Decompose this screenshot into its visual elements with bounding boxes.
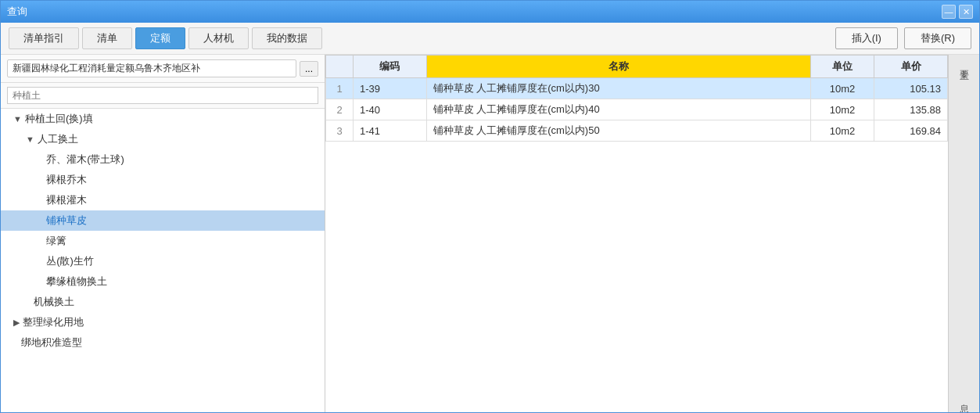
cell-code-0: 1-39 [354, 78, 427, 99]
tree-item-7[interactable]: 丛(散)生竹 [1, 251, 325, 271]
tree-item-5[interactable]: 铺种草皮 [1, 210, 325, 231]
tree-label-0: 种植土回(换)填 [25, 112, 93, 126]
tree-area: ▼ 种植土回(换)填 ▼ 人工换土 乔、灌木(带土球) 裸根乔木 [1, 109, 325, 412]
col-code: 编码 [354, 56, 427, 78]
tree-item-4[interactable]: 裸根灌木 [1, 190, 325, 210]
tree-item-6[interactable]: 绿篱 [1, 231, 325, 251]
cell-seq-0: 1 [326, 78, 354, 99]
tree-arrow-icon-9 [26, 297, 31, 307]
minimize-button[interactable]: — [942, 5, 956, 19]
tree-label-2: 乔、灌木(带土球) [46, 153, 124, 167]
left-panel: 新疆园林绿化工程消耗量定额乌鲁木齐地区补 ... ▼ 种植土回(换)填 ▼ 人工… [1, 55, 325, 412]
tree-label-3: 裸根乔木 [46, 173, 87, 187]
tree-arrow-icon-2 [38, 155, 43, 164]
window-title: 查询 [7, 5, 27, 19]
tree-arrow-icon-1: ▼ [26, 135, 34, 144]
tree-label-11: 绑地积准造型 [21, 336, 82, 350]
tab-mydata[interactable]: 我的数据 [252, 27, 322, 49]
tree-item-10[interactable]: ▶ 整理绿化用地 [1, 312, 325, 332]
tab-quota[interactable]: 定额 [135, 27, 185, 49]
tree-arrow-icon-10: ▶ [13, 318, 20, 328]
db-selector-text[interactable]: 新疆园林绿化工程消耗量定额乌鲁木齐地区补 [7, 59, 296, 77]
tree-label-10: 整理绿化用地 [23, 315, 84, 329]
cell-code-2: 1-41 [354, 120, 427, 142]
db-selector: 新疆园林绿化工程消耗量定额乌鲁木齐地区补 ... [1, 55, 325, 83]
right-panel: 编码 名称 单位 单价 1 1-39 铺种草皮 人工摊铺厚度在(cm以内)30 … [325, 55, 948, 412]
table-row[interactable]: 1 1-39 铺种草皮 人工摊铺厚度在(cm以内)30 10m2 105.13 [326, 78, 948, 99]
tree-arrow-icon-0: ▼ [13, 114, 22, 124]
tree-label-8: 攀缘植物换土 [46, 275, 107, 289]
title-bar: 查询 — ✕ [1, 1, 979, 23]
cell-name-2: 铺种草皮 人工摊铺厚度在(cm以内)50 [426, 120, 810, 142]
col-name: 名称 [426, 56, 810, 78]
cell-seq-2: 3 [326, 120, 354, 142]
tree-label-7: 丛(散)生竹 [46, 254, 94, 268]
tree-arrow-icon-7 [38, 257, 43, 266]
table-row[interactable]: 3 1-41 铺种草皮 人工摊铺厚度在(cm以内)50 10m2 169.84 [326, 120, 948, 142]
cell-seq-1: 2 [326, 99, 354, 120]
cell-name-0: 铺种草皮 人工摊铺厚度在(cm以内)30 [426, 78, 810, 99]
tree-label-1: 人工换土 [38, 132, 78, 146]
tree-arrow-icon-3 [38, 175, 43, 185]
tab-list[interactable]: 清单 [82, 27, 132, 49]
tree-item-9[interactable]: 机械换土 [1, 292, 325, 312]
title-bar-controls: — ✕ [942, 5, 973, 19]
right-sidebar: 主要 息 [948, 55, 979, 412]
title-bar-left: 查询 [7, 5, 27, 19]
tree-item-8[interactable]: 攀缘植物换土 [1, 271, 325, 292]
tree-item-11[interactable]: 绑地积准造型 [1, 332, 325, 353]
cell-code-1: 1-40 [354, 99, 427, 120]
tree-arrow-icon-8 [38, 277, 43, 286]
tab-guide[interactable]: 清单指引 [9, 27, 79, 49]
data-table: 编码 名称 单位 单价 1 1-39 铺种草皮 人工摊铺厚度在(cm以内)30 … [325, 55, 948, 412]
tree-item-3[interactable]: 裸根乔木 [1, 170, 325, 190]
close-button[interactable]: ✕ [959, 5, 973, 19]
tree-arrow-icon-6 [38, 236, 43, 246]
insert-button[interactable]: 插入(I) [835, 27, 898, 49]
tree-arrow-icon-5 [38, 216, 43, 225]
cell-unit-0: 10m2 [810, 78, 874, 99]
db-selector-button[interactable]: ... [300, 61, 318, 77]
col-price: 单价 [874, 56, 948, 78]
col-unit: 单位 [810, 56, 874, 78]
tree-label-5: 铺种草皮 [46, 214, 87, 228]
tree-arrow-icon-4 [38, 196, 43, 205]
main-area: 新疆园林绿化工程消耗量定额乌鲁木齐地区补 ... ▼ 种植土回(换)填 ▼ 人工… [1, 55, 979, 412]
cell-price-1: 135.88 [874, 99, 948, 120]
cell-price-2: 169.84 [874, 120, 948, 142]
tree-arrow-icon-11 [13, 338, 18, 347]
cell-price-0: 105.13 [874, 78, 948, 99]
tree-label-6: 绿篱 [46, 234, 66, 248]
cell-unit-2: 10m2 [810, 120, 874, 142]
tab-material[interactable]: 人材机 [188, 27, 249, 49]
search-box [1, 83, 325, 109]
tree-item-0[interactable]: ▼ 种植土回(换)填 [1, 109, 325, 129]
toolbar: 清单指引 清单 定额 人材机 我的数据 插入(I) 替换(R) [1, 23, 979, 55]
col-seq [326, 56, 354, 78]
tree-label-4: 裸根灌木 [46, 193, 87, 207]
table-row[interactable]: 2 1-40 铺种草皮 人工摊铺厚度在(cm以内)40 10m2 135.88 [326, 99, 948, 120]
results-table: 编码 名称 单位 单价 1 1-39 铺种草皮 人工摊铺厚度在(cm以内)30 … [325, 55, 948, 142]
tree-item-1[interactable]: ▼ 人工换土 [1, 129, 325, 149]
search-input[interactable] [7, 87, 318, 104]
replace-button[interactable]: 替换(R) [904, 27, 971, 49]
main-window: 查询 — ✕ 清单指引 清单 定额 人材机 我的数据 插入(I) 替换(R) 新… [0, 0, 980, 413]
tree-item-2[interactable]: 乔、灌木(带土球) [1, 149, 325, 170]
tree-label-9: 机械换土 [34, 295, 74, 309]
cell-unit-1: 10m2 [810, 99, 874, 120]
cell-name-1: 铺种草皮 人工摊铺厚度在(cm以内)40 [426, 99, 810, 120]
